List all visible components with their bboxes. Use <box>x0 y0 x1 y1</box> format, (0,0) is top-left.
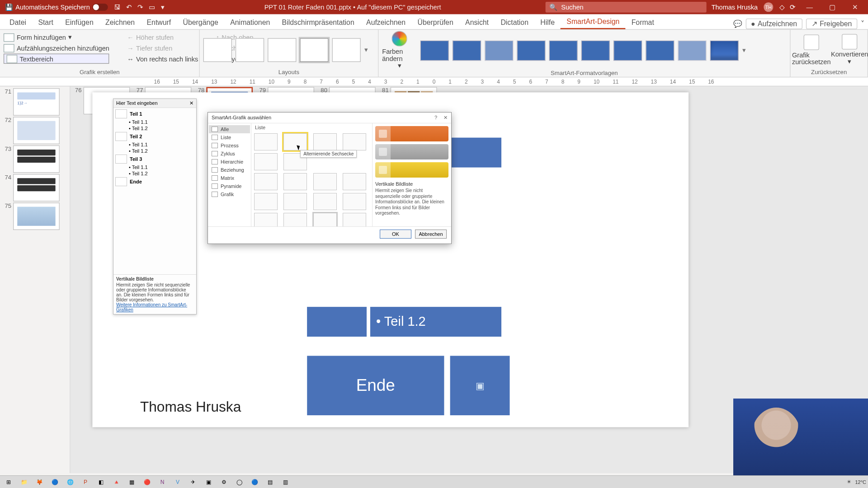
style-thumb-1[interactable] <box>420 40 449 61</box>
share-button[interactable]: ↗ Freigeben <box>806 19 857 29</box>
minimize-button[interactable]: — <box>801 4 818 11</box>
gallery-item[interactable] <box>343 173 366 190</box>
taskbar-obs-icon[interactable]: ⚙ <box>217 477 231 487</box>
tree-subitem[interactable]: Teil 1.1 <box>129 141 194 148</box>
style-thumb-3[interactable] <box>485 40 513 61</box>
tab-aufzeichnen[interactable]: Aufzeichnen <box>360 16 411 29</box>
tree-item[interactable]: Teil 3 <box>130 156 142 162</box>
autosave-toggle[interactable] <box>92 4 108 11</box>
dialog-category-list[interactable]: Alle Liste Prozess Zyklus Hierarchie Bez… <box>208 123 251 226</box>
gallery-item[interactable] <box>343 213 366 226</box>
taskbar-app-icon[interactable]: ◯ <box>232 477 246 487</box>
gallery-grid[interactable]: Alternierende Sechsecke <box>251 131 372 226</box>
search-input[interactable]: 🔍 Suchen <box>546 2 707 13</box>
gallery-item[interactable] <box>254 173 278 190</box>
redo-icon[interactable]: ↷ <box>137 3 143 11</box>
maximize-button[interactable]: ▢ <box>824 3 840 11</box>
taskbar-telegram-icon[interactable]: ✈ <box>186 477 200 487</box>
thumb-75[interactable] <box>13 202 60 230</box>
category-alle[interactable]: Alle <box>209 125 250 133</box>
qat-more-icon[interactable]: ▾ <box>161 3 165 11</box>
gallery-item[interactable] <box>254 213 278 226</box>
tab-smartart-design[interactable]: SmartArt-Design <box>561 15 625 29</box>
taskbar-app-icon[interactable]: ▤ <box>263 477 277 487</box>
tab-start[interactable]: Start <box>32 16 59 29</box>
gallery-item[interactable] <box>254 193 278 210</box>
layout-thumb-2[interactable] <box>236 38 264 62</box>
sync-icon[interactable]: ⟳ <box>790 3 795 11</box>
close-button[interactable]: ✕ <box>847 3 863 11</box>
style-thumb-5[interactable] <box>549 40 578 61</box>
style-thumb-2[interactable] <box>453 40 481 61</box>
category-beziehung[interactable]: Beziehung <box>209 166 250 174</box>
style-thumb-8[interactable] <box>646 40 674 61</box>
tree-subitem[interactable]: Teil 1.2 <box>129 170 194 177</box>
gallery-item[interactable] <box>254 153 278 170</box>
category-grafik[interactable]: Grafik <box>209 190 250 198</box>
weather-temp[interactable]: 12°C <box>855 479 866 485</box>
tab-entwurf[interactable]: Entwurf <box>141 16 177 29</box>
text-area-button[interactable]: Textbereich <box>4 54 109 64</box>
styles-more-icon[interactable]: ▾ <box>742 47 746 54</box>
category-hierarchie[interactable]: Hierarchie <box>209 158 250 166</box>
tab-bildschirmpraesentation[interactable]: Bildschirmpräsentation <box>276 16 360 29</box>
collapse-ribbon-icon[interactable]: ˅ <box>861 20 864 28</box>
dialog-help-icon[interactable]: ? <box>434 115 437 121</box>
style-thumb-6[interactable] <box>581 40 610 61</box>
tab-animationen[interactable]: Animationen <box>224 16 276 29</box>
tab-dictation[interactable]: Dictation <box>495 16 534 29</box>
cancel-button[interactable]: Abbrechen <box>415 230 447 239</box>
layout-thumb-4[interactable] <box>300 38 328 62</box>
layout-more-icon[interactable]: ▾ <box>364 46 368 54</box>
taskbar-powerpoint-icon[interactable]: P <box>79 477 92 487</box>
add-shape-button[interactable]: Form hinzufügen ▾ <box>4 32 109 42</box>
text-pane-tree[interactable]: Teil 1 Teil 1.1Teil 1.2 Teil 2 Teil 1.1T… <box>113 108 196 188</box>
style-thumb-7[interactable] <box>613 40 642 61</box>
sa-text-ende[interactable]: Ende <box>307 356 444 415</box>
avatar[interactable]: TH <box>764 2 773 12</box>
windows-taskbar[interactable]: ⊞ 📁 🦊 🔵 🌐 P ◧ 🔺 ▦ 🔴 N V ✈ ▣ ⚙ ◯ 🔵 ▤ ▥ ☀ … <box>0 475 868 488</box>
category-prozess[interactable]: Prozess <box>209 141 250 150</box>
record-button[interactable]: ● Aufzeichnen <box>745 19 802 29</box>
gallery-item[interactable] <box>283 213 307 226</box>
gallery-item-selected[interactable] <box>313 213 337 226</box>
undo-icon[interactable]: ↶ <box>126 3 132 11</box>
tab-einfuegen[interactable]: Einfügen <box>59 16 99 29</box>
weather-icon[interactable]: ☀ <box>847 479 851 485</box>
taskbar-onenote-icon[interactable]: N <box>156 477 169 487</box>
taskbar-app-icon[interactable]: ▥ <box>278 477 292 487</box>
gallery-item[interactable] <box>313 133 337 150</box>
tree-subitem[interactable]: Teil 1.2 <box>129 148 194 154</box>
taskbar-vscode-icon[interactable]: V <box>171 477 184 487</box>
sa-picture-box[interactable] <box>307 307 367 337</box>
diamond-icon[interactable]: ◇ <box>779 3 784 11</box>
ok-button[interactable]: OK <box>380 230 411 239</box>
style-thumb-10[interactable] <box>710 40 739 61</box>
convert-button[interactable]: Konvertieren ▾ <box>832 34 867 66</box>
taskbar-vlc-icon[interactable]: 🔺 <box>109 477 123 487</box>
reset-graphic-button[interactable]: Grafik zurücksetzen <box>794 34 829 66</box>
tree-item[interactable]: Teil 1 <box>130 111 142 117</box>
add-bullet-button[interactable]: Aufzählungszeichen hinzufügen <box>4 43 109 53</box>
category-zyklus[interactable]: Zyklus <box>209 150 250 158</box>
taskbar-app-icon[interactable]: ◧ <box>94 477 108 487</box>
slide-thumbnails[interactable]: 711)2→ 72 73 74 75 <box>0 86 71 473</box>
tab-hilfe[interactable]: Hilfe <box>534 16 561 29</box>
taskbar-app-icon[interactable]: ▣ <box>202 477 215 487</box>
gallery-item[interactable] <box>283 173 307 190</box>
tab-datei[interactable]: Datei <box>4 16 32 29</box>
taskbar-edge-icon[interactable]: 🌐 <box>63 477 77 487</box>
rtl-button[interactable]: ↔ Von rechts nach links <box>127 54 198 64</box>
tree-subitem[interactable]: Teil 1.1 <box>129 164 194 170</box>
gallery-item[interactable] <box>283 193 307 210</box>
gallery-item[interactable] <box>313 193 337 210</box>
thumb-73[interactable] <box>13 145 60 173</box>
taskbar-explorer-icon[interactable]: 📁 <box>17 477 31 487</box>
text-pane-close-icon[interactable]: ✕ <box>189 100 193 106</box>
sa-picture-placeholder[interactable]: ▣ <box>450 356 510 415</box>
style-thumb-4[interactable] <box>517 40 545 61</box>
gallery-item[interactable] <box>254 133 278 150</box>
taskbar-firefox-icon[interactable]: 🦊 <box>33 477 46 487</box>
sa-text-teil12[interactable]: • Teil 1.2 <box>370 307 501 337</box>
tree-subitem[interactable]: Teil 1.2 <box>129 125 194 131</box>
